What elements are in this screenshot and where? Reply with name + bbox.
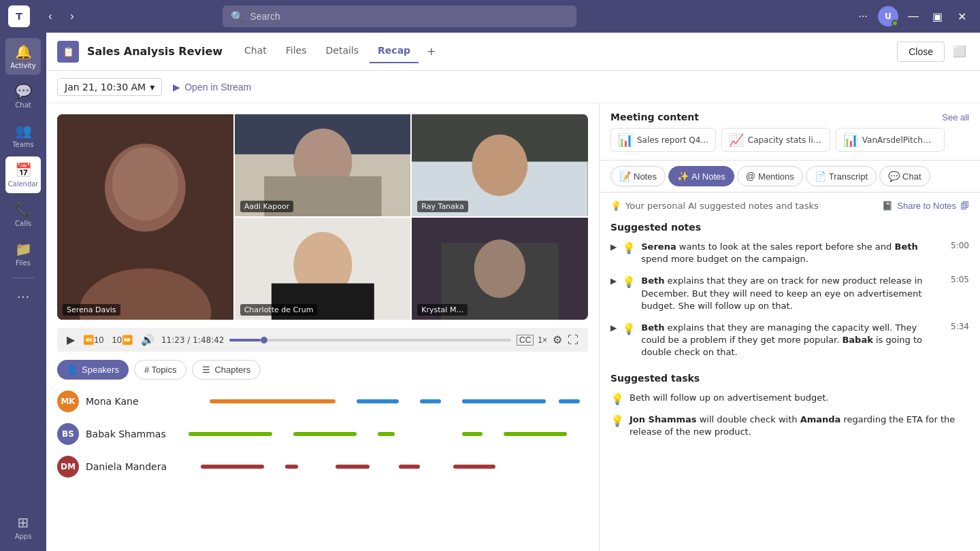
nav-forward-button[interactable]: › <box>63 7 82 26</box>
maximize-button[interactable]: ▣ <box>928 7 947 26</box>
sidebar-label-teams: Teams <box>12 141 34 148</box>
bar <box>420 399 441 403</box>
rewind-button[interactable]: ⏪10 <box>82 333 105 346</box>
channel-header-right: Close ⬜ <box>897 41 969 62</box>
play-button[interactable]: ▶ <box>65 332 76 348</box>
meeting-content-header: Meeting content See all <box>600 103 980 128</box>
bar <box>462 399 546 403</box>
file-name-2: VanArsdelPitchDe... <box>862 135 937 145</box>
avatar[interactable]: U <box>878 6 898 27</box>
nav-back-button[interactable]: ‹ <box>41 7 60 26</box>
sidebar-label-chat: Chat <box>15 101 31 109</box>
bar <box>559 399 580 403</box>
date-selector[interactable]: Jan 21, 10:30 AM ▾ <box>57 78 162 96</box>
copy-icon: 🗐 <box>960 201 969 211</box>
speakers-tab[interactable]: 👤 Speakers <box>57 360 129 380</box>
more-options-button[interactable]: ··· <box>853 7 872 26</box>
task-item-0: 💡 Beth will follow up on advertisement b… <box>610 392 969 405</box>
open-stream-button[interactable]: ▶ Open in Stream <box>173 82 251 93</box>
sidebar-item-teams[interactable]: 👥 Teams <box>5 117 41 154</box>
chat-icon: 💬 <box>15 83 32 99</box>
tab-add-button[interactable]: + <box>421 39 441 63</box>
time-display: 11:23 / 1:48:42 <box>161 335 225 345</box>
bar <box>201 465 264 469</box>
topics-tab[interactable]: # Topics <box>134 360 186 380</box>
video-grid: Serena Davis Aadi Kapoor <box>57 114 588 320</box>
tab-chat-notes[interactable]: 💬 Chat <box>879 166 930 186</box>
teams-icon: 👥 <box>15 122 32 139</box>
sidebar-item-more[interactable]: ··· <box>5 284 41 311</box>
tab-chat[interactable]: Chat <box>236 39 275 63</box>
speaker-list: MK Mona Kane BS Babak Shammas <box>57 388 588 540</box>
channel-icon: 📋 <box>57 41 79 63</box>
content-area: 📋 Sales Analysis Review Chat Files Detai… <box>46 33 980 551</box>
file-item-2[interactable]: 📊 VanArsdelPitchDe... <box>836 128 945 152</box>
tab-ai-notes[interactable]: ✨ AI Notes <box>668 166 734 186</box>
speed-button[interactable]: 1× <box>536 334 549 346</box>
sidebar-item-files[interactable]: 📁 Files <box>5 235 41 272</box>
tab-transcript[interactable]: 📄 Transcript <box>806 166 877 186</box>
video-cell-charlotte: Charlotte de Crum <box>235 218 411 320</box>
speaker-row-babak: BS Babak Shammas <box>57 420 588 448</box>
note-time-1: 5:05 <box>951 275 969 284</box>
date-text: Jan 21, 10:30 AM <box>65 82 146 93</box>
task-text-0: Beth will follow up on advertisement bud… <box>630 392 969 404</box>
tab-files[interactable]: Files <box>278 39 315 63</box>
ai-header-row: 💡 Your personal AI suggested notes and t… <box>610 201 969 211</box>
avatar-daniela: DM <box>57 456 79 478</box>
file-icon-ppt: 📊 <box>618 133 633 147</box>
see-all-button[interactable]: See all <box>942 112 969 122</box>
file-icon-xls: 📈 <box>729 133 744 147</box>
mentions-tab-icon: @ <box>746 171 755 182</box>
svg-point-11 <box>472 135 528 197</box>
file-item-0[interactable]: 📊 Sales report Q4... <box>610 128 716 152</box>
forward-button[interactable]: 10⏩ <box>110 333 133 346</box>
speaker-name-babak: Babak Shammas <box>86 429 161 439</box>
notes-tabs: 📝 Notes ✨ AI Notes @ Mentions 📄 Transcri… <box>600 160 980 193</box>
channel-header: 📋 Sales Analysis Review Chat Files Detai… <box>46 33 980 71</box>
settings-button[interactable]: ⚙ <box>551 332 564 348</box>
sidebar-item-apps[interactable]: ⊞ Apps <box>5 509 41 546</box>
cc-button[interactable]: CC <box>517 335 534 346</box>
progress-dot <box>261 337 267 344</box>
panel-toggle-button[interactable]: ⬜ <box>950 42 969 61</box>
progress-bar[interactable] <box>229 339 511 341</box>
close-window-button[interactable]: ✕ <box>953 7 972 26</box>
volume-button[interactable]: 🔊 <box>140 332 156 348</box>
fullscreen-button[interactable]: ⛶ <box>566 333 580 348</box>
app-logo: T <box>8 5 30 27</box>
activity-icon: 🔔 <box>15 44 32 60</box>
file-name-0: Sales report Q4... <box>637 135 708 145</box>
chat-tab-icon: 💬 <box>888 171 900 182</box>
bar <box>210 399 336 403</box>
chapters-tab[interactable]: ☰ Chapters <box>192 360 261 380</box>
note-ai-icon-1: 💡 <box>622 276 636 288</box>
channel-tabs: Chat Files Details Recap + <box>236 39 441 63</box>
bar <box>453 465 495 469</box>
sidebar-item-chat[interactable]: 💬 Chat <box>5 78 41 114</box>
sidebar-item-activity[interactable]: 🔔 Activity <box>5 38 41 75</box>
sidebar-item-calls[interactable]: 📞 Calls <box>5 196 41 233</box>
search-bar[interactable]: 🔍 <box>223 5 576 27</box>
tab-mentions[interactable]: @ Mentions <box>737 166 803 186</box>
tab-details[interactable]: Details <box>318 39 368 63</box>
share-notes-icon: 📓 <box>882 201 893 211</box>
sidebar: 🔔 Activity 💬 Chat 👥 Teams 📅 Calendar 📞 C… <box>0 33 46 551</box>
share-to-notes-button[interactable]: 📓 Share to Notes 🗐 <box>882 201 969 211</box>
svg-rect-4 <box>57 114 233 320</box>
sidebar-label-calendar: Calendar <box>8 180 39 188</box>
sidebar-item-calendar[interactable]: 📅 Calendar <box>5 156 41 193</box>
right-panel: Meeting content See all 📊 Sales report Q… <box>599 103 980 551</box>
video-panel: Serena Davis Aadi Kapoor <box>46 103 599 551</box>
close-button[interactable]: Close <box>897 41 945 62</box>
search-input[interactable] <box>250 11 568 22</box>
tab-recap[interactable]: Recap <box>370 39 419 63</box>
channel-title: Sales Analysis Review <box>87 45 223 58</box>
video-label-charlotte: Charlotte de Crum <box>240 304 318 316</box>
sidebar-label-files: Files <box>16 259 31 267</box>
file-item-1[interactable]: 📈 Capacity stats list... <box>721 128 830 152</box>
notes-tab-icon: 📝 <box>619 171 631 182</box>
minimize-button[interactable]: — <box>904 7 923 26</box>
progress-fill <box>229 339 260 341</box>
tab-notes[interactable]: 📝 Notes <box>610 166 666 186</box>
